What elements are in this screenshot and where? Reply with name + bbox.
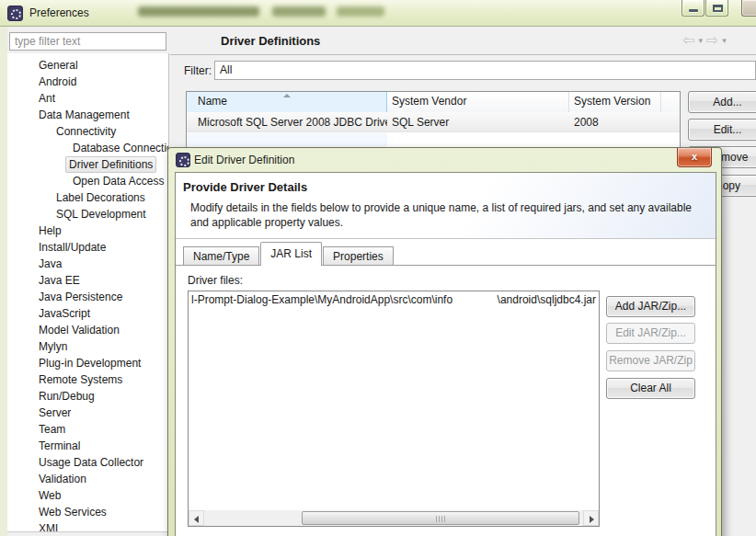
tree-item-install-update[interactable]: Install/Update <box>7 239 168 256</box>
tree-item-label: JavaScript <box>35 305 94 322</box>
button-add[interactable]: Add... <box>688 91 756 113</box>
tree-item-label: Java EE <box>35 272 84 289</box>
tree-item-usage-data-collector[interactable]: Usage Data Collector <box>7 454 168 471</box>
column-header-label: Name <box>198 95 227 108</box>
preferences-tree: GeneralAndroidAntData ManagementConnecti… <box>7 53 169 532</box>
tree-item-team[interactable]: Team <box>7 421 168 438</box>
tree-item-driver-definitions[interactable]: Driver Definitions <box>7 156 168 173</box>
filter-label: Filter: <box>184 64 212 77</box>
page-header: Driver Definitions ⇦ ▾ ⇨ ▾ <box>170 27 756 55</box>
tree-item-label: Remote Systems <box>35 371 126 388</box>
tab-jar-list[interactable]: JAR List <box>260 242 322 266</box>
file-path-start: l-Prompt-Dialog-Example\MyAndroidApp\src… <box>191 292 452 308</box>
dialog-title: Edit Driver Definition <box>194 154 294 166</box>
driver-file-item[interactable]: l-Prompt-Dialog-Example\MyAndroidApp\src… <box>189 292 599 308</box>
tree-item-label: Web <box>35 487 64 504</box>
tree-item-label: Help <box>35 222 65 239</box>
scroll-right-arrow-icon[interactable] <box>583 510 599 526</box>
button-remove-jar-zip[interactable]: Remove JAR/Zip <box>606 350 695 371</box>
window-title: Preferences <box>29 6 89 19</box>
tree-item-run-debug[interactable]: Run/Debug <box>7 388 168 405</box>
tree-item-remote-systems[interactable]: Remote Systems <box>7 371 168 388</box>
dialog-body: Provide Driver Details Modify details in… <box>175 172 716 536</box>
dialog-close-button[interactable]: x <box>677 148 712 167</box>
jar-action-buttons: Add JAR/Zip...Edit JAR/Zip...Remove JAR/… <box>606 173 695 536</box>
cell-name: Microsoft SQL Server 2008 JDBC Driver <box>187 112 387 132</box>
tree-item-java-persistence[interactable]: Java Persistence <box>7 289 168 305</box>
tree-item-open-data-access[interactable]: Open Data Access <box>7 173 168 189</box>
blurred-background-text <box>272 6 326 17</box>
tab-properties[interactable]: Properties <box>323 246 394 266</box>
table-body: Microsoft SQL Server 2008 JDBC DriverSQL… <box>187 112 680 132</box>
tree-item-web[interactable]: Web <box>7 487 168 504</box>
tree-item-label: Terminal <box>35 438 84 454</box>
tree-filter-input[interactable] <box>9 32 166 51</box>
tree-item-help[interactable]: Help <box>7 222 168 239</box>
tree-item-android[interactable]: Android <box>7 74 168 90</box>
tree-item-plug-in-development[interactable]: Plug-in Development <box>7 355 168 371</box>
tree-item-web-services[interactable]: Web Services <box>7 504 168 520</box>
button-clear-all[interactable]: Clear All <box>606 378 695 399</box>
window-frame-edge <box>0 27 7 536</box>
tree-item-model-validation[interactable]: Model Validation <box>7 322 168 338</box>
tree-item-label: Database Connections <box>69 140 169 156</box>
driver-files-items: l-Prompt-Dialog-Example\MyAndroidApp\src… <box>189 292 599 308</box>
tree-item-label: Open Data Access <box>69 173 167 189</box>
cell-system-version: 2008 <box>569 112 661 132</box>
button-edit-jar-zip[interactable]: Edit JAR/Zip... <box>606 323 695 344</box>
window-titlebar: Preferences <box>0 0 756 27</box>
tree-item-label: Driver Definitions <box>65 156 156 173</box>
tree-item-database-connections[interactable]: Database Connections <box>7 140 168 156</box>
tree-item-terminal[interactable]: Terminal <box>7 438 168 454</box>
tree-item-label: Install/Update <box>35 239 109 256</box>
dialog-app-icon <box>176 153 190 167</box>
tree-item-validation[interactable]: Validation <box>7 471 168 487</box>
banner-title: Provide Driver Details <box>183 180 307 194</box>
tree-item-label: Ant <box>35 90 59 107</box>
tree-item-label: Android <box>35 74 80 90</box>
tree-item-javascript[interactable]: JavaScript <box>7 305 168 322</box>
button-edit[interactable]: Edit... <box>688 119 756 141</box>
edit-driver-definition-dialog: Edit Driver Definition x Provide Driver … <box>167 147 722 536</box>
driver-files-list[interactable]: l-Prompt-Dialog-Example\MyAndroidApp\src… <box>188 291 600 527</box>
preferences-window: Preferences GeneralAndroidAntData Manage… <box>0 0 756 536</box>
tree-item-java[interactable]: Java <box>7 256 168 272</box>
column-header-system-vendor[interactable]: System Vendor <box>387 92 569 112</box>
table-header-row: NameSystem VendorSystem Version <box>187 92 680 112</box>
scrollbar-thumb[interactable] <box>302 511 579 525</box>
tree-item-label: General <box>35 57 82 74</box>
blurred-background-text <box>337 6 384 17</box>
tree-item-server[interactable]: Server <box>7 405 168 421</box>
tree-item-connectivity[interactable]: Connectivity <box>7 123 168 140</box>
tree-item-label: Web Services <box>35 504 110 520</box>
tree-item-label: Java Persistence <box>35 289 126 305</box>
tree-item-general[interactable]: General <box>7 57 168 74</box>
tree-item-label: Label Decorations <box>52 189 149 206</box>
tree-item-label: Model Validation <box>35 322 123 338</box>
tree-item-data-management[interactable]: Data Management <box>7 107 168 123</box>
tree-item-label: SQL Development <box>52 206 150 222</box>
sort-ascending-icon <box>283 94 291 97</box>
tree-item-java-ee[interactable]: Java EE <box>7 272 168 289</box>
table-row[interactable]: Microsoft SQL Server 2008 JDBC DriverSQL… <box>187 112 680 132</box>
tree-item-label: Connectivity <box>52 123 120 140</box>
horizontal-scrollbar[interactable] <box>189 510 599 526</box>
button-add-jar-zip[interactable]: Add JAR/Zip... <box>606 296 695 317</box>
tab-content-border <box>176 265 716 266</box>
tree-item-label-decorations[interactable]: Label Decorations <box>7 189 168 206</box>
tree-item-xml[interactable]: XML <box>7 520 168 532</box>
column-header-name[interactable]: Name <box>187 92 387 112</box>
column-header-system-version[interactable]: System Version <box>569 92 661 112</box>
filter-combo[interactable]: All <box>214 61 756 80</box>
tree-item-label: Data Management <box>35 107 133 123</box>
tab-name-type[interactable]: Name/Type <box>183 246 259 266</box>
scroll-left-arrow-icon[interactable] <box>189 510 204 526</box>
tree-item-label: Server <box>35 405 74 421</box>
page-title: Driver Definitions <box>221 34 320 48</box>
tree-item-ant[interactable]: Ant <box>7 90 168 107</box>
tree-item-mylyn[interactable]: Mylyn <box>7 338 168 355</box>
column-header-filler <box>661 92 680 112</box>
tree-item-sql-development[interactable]: SQL Development <box>7 206 168 222</box>
preferences-app-icon <box>7 6 23 21</box>
column-header-label: System Version <box>574 95 650 108</box>
